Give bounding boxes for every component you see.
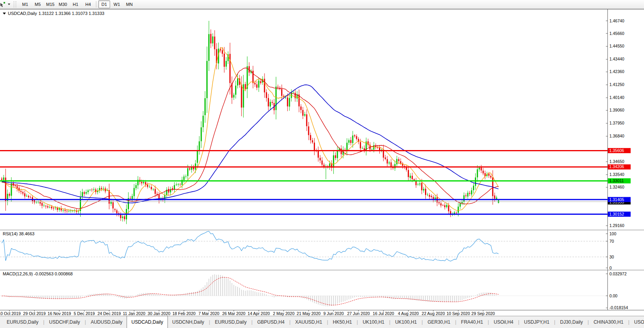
- date-label: 9 Jun 2020: [323, 311, 344, 316]
- tab-china300-h1[interactable]: CHINA300,H1: [589, 316, 628, 328]
- timeframe-button-h1[interactable]: H1: [70, 0, 81, 8]
- axis-badge-support-1: 1.31405: [608, 197, 631, 202]
- macd-tick-label: -0.018154: [609, 305, 628, 310]
- date-label: 14 Apr 2020: [248, 311, 270, 316]
- date-label: 22 Aug 2020: [422, 311, 445, 316]
- svg-text:1.30152: 1.30152: [609, 212, 624, 216]
- timeframe-button-w1[interactable]: W1: [111, 0, 123, 8]
- date-label: 16 Jul 2020: [373, 311, 394, 316]
- chart-title-ohlc: 1.31122 1.31366 1.31073 1.31333: [39, 11, 104, 16]
- chart-window: 1.467401.456601.445501.434401.423601.412…: [0, 9, 644, 316]
- rsi-tick-label: 100: [609, 231, 616, 236]
- tab-uk100-h1[interactable]: UK100,H1: [391, 316, 421, 328]
- tab-hk50-h1[interactable]: HK50,H1: [329, 316, 357, 328]
- tab-fra40-h1[interactable]: FRA40,H1: [457, 316, 488, 328]
- price-tick-label: 1.39060: [609, 108, 624, 112]
- tab-xauusd-h1[interactable]: XAUUSD,H1: [291, 316, 327, 328]
- chart-title: USDCAD,Daily1.31122 1.31366 1.31073 1.31…: [3, 11, 106, 16]
- dropdown-caret-icon[interactable]: [8, 4, 10, 5]
- date-label: 16 Nov 2019: [48, 311, 71, 316]
- date-label: 2 May 2020: [273, 311, 294, 316]
- rsi-tick-label: 30: [609, 255, 614, 259]
- tab-usdjpy-h1[interactable]: USDJPY,H1: [520, 316, 554, 328]
- price-tick-label: 1.42360: [609, 69, 624, 74]
- tab-usoil-h4[interactable]: USOil,H4: [489, 316, 518, 328]
- timeframe-button-m5[interactable]: M5: [32, 0, 44, 8]
- date-label: 10 Oct 2019: [0, 311, 21, 316]
- price-tick-label: 1.29160: [609, 223, 624, 228]
- date-label: 29 Sep 2020: [471, 311, 495, 316]
- svg-text:1.33011: 1.33011: [609, 178, 624, 183]
- axis-badge-support-2: 1.30152: [608, 212, 631, 217]
- price-tick-label: 1.43440: [609, 57, 624, 61]
- date-label: 7 Mar 2020: [199, 311, 219, 316]
- toolbar-separator: [96, 1, 96, 7]
- price-chart-canvas[interactable]: 1.467401.456601.445501.434401.423601.412…: [0, 9, 644, 316]
- tab-gbpusd-h4[interactable]: GBPUSD,H4: [253, 316, 289, 328]
- timeframe-button-m15[interactable]: M15: [44, 0, 56, 8]
- timeframe-button-m1[interactable]: M1: [19, 0, 31, 8]
- tab-usdcad-daily[interactable]: USDCAD,Daily: [127, 316, 168, 328]
- timeframe-button-d1[interactable]: D1: [98, 0, 110, 8]
- date-label: 11 Jan 2020: [123, 311, 145, 316]
- svg-text:1.35606: 1.35606: [609, 148, 624, 153]
- macd-tick-label: 0.032972: [609, 271, 627, 276]
- tab-eurusd-daily[interactable]: EURUSD,Daily: [2, 316, 43, 328]
- top-toolbar: M1M5M15M30H1H4D1W1MN: [0, 0, 644, 9]
- price-tick-label: 1.45660: [609, 31, 624, 36]
- chart-title-symbol: USDCAD,Daily: [8, 11, 37, 16]
- date-label: 29 Oct 2019: [23, 311, 46, 316]
- svg-text:1.31405: 1.31405: [609, 197, 624, 202]
- date-label: 18 Feb 2020: [172, 311, 195, 316]
- timeframe-button-mn[interactable]: MN: [123, 0, 135, 8]
- price-tick-label: 1.33540: [609, 172, 624, 177]
- timeframe-toolbar: M1M5M15M30H1H4D1W1MN: [19, 0, 136, 8]
- tab-usdcnh-daily[interactable]: USDCNH,Daily: [168, 316, 208, 328]
- tab-dj30-daily[interactable]: DJ30,Daily: [556, 316, 587, 328]
- date-label: 26 Mar 2020: [222, 311, 245, 316]
- date-label: 30 Jan 2020: [148, 311, 171, 316]
- price-tick-label: 1.40140: [609, 95, 624, 100]
- date-label: 4 Aug 2020: [398, 311, 419, 316]
- timeframe-button-h4[interactable]: H4: [82, 0, 94, 8]
- svg-text:1.34206: 1.34206: [609, 164, 624, 169]
- toolbar-grip: [14, 1, 16, 7]
- tab-audusd-daily[interactable]: AUDUSD,Daily: [86, 316, 127, 328]
- rsi-label: RSI(14) 38.4663: [3, 231, 35, 236]
- date-label: 5 Dec 2019: [74, 311, 95, 316]
- rsi-tick-label: 70: [609, 239, 614, 244]
- tab-ger30-h1[interactable]: GER30,H1: [423, 316, 454, 328]
- price-tick-label: 1.32460: [609, 185, 624, 189]
- price-tick-label: 1.46740: [609, 18, 624, 23]
- date-label: 10 Sep 2020: [447, 311, 470, 316]
- price-tick-label: 1.34650: [609, 159, 624, 164]
- axis-badge-resistance-1: 1.35606: [608, 148, 631, 153]
- chart-tabs-bar: EURUSD,Daily|USDCHF,Daily|AUDUSD,DailyUS…: [0, 316, 644, 328]
- price-tick-label: 1.44550: [609, 44, 624, 48]
- axis-badge-resistance-2: 1.34206: [608, 164, 631, 169]
- tab-eurusd-daily[interactable]: EURUSD,Daily: [210, 316, 251, 328]
- axis-badge-pivot-green: 1.33011: [608, 178, 631, 183]
- macd-tick-label: 0.00: [609, 293, 618, 298]
- price-tick-label: 1.41250: [609, 82, 624, 87]
- chart-menu-icon[interactable]: [3, 13, 6, 15]
- tab-usdchf-daily[interactable]: USDCHF,Daily: [45, 316, 85, 328]
- date-label: 27 Jun 2020: [347, 311, 370, 316]
- price-tick-label: 1.36840: [609, 134, 624, 138]
- macd-label: MACD(12,26,9) -0.002563 0.000868: [3, 271, 73, 276]
- cursor-tool-icon[interactable]: [0, 1, 7, 7]
- date-label: 21 May 2020: [297, 311, 321, 316]
- rsi-tick-label: 0: [609, 266, 612, 270]
- tab-uk100-h1[interactable]: UK100,H1: [358, 316, 388, 328]
- timeframe-button-m30[interactable]: M30: [57, 0, 69, 8]
- date-label: 24 Dec 2019: [98, 311, 121, 316]
- tab-usoil-h1[interactable]: USOil,H1: [630, 316, 644, 328]
- price-tick-label: 1.37950: [609, 121, 624, 125]
